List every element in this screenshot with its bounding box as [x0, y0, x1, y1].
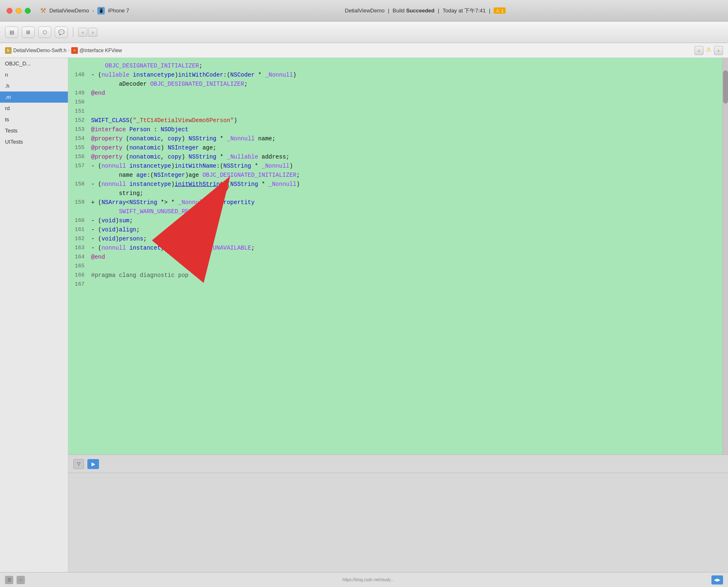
- toolbar-separator: [73, 27, 73, 37]
- line-number-152: 152: [68, 116, 91, 125]
- close-button[interactable]: [7, 8, 12, 14]
- title-bar: ⚒ DetialViewDemo › 📱 iPhone 7 DetialView…: [0, 0, 728, 22]
- breadcrumb-file[interactable]: DetialViewDemo-Swift.h: [13, 48, 67, 53]
- grid-view-button[interactable]: ⊞: [22, 26, 35, 38]
- editor-area: OBJC_DESIGNATED_INITIALIZER; 148 - (null…: [68, 58, 728, 572]
- line-number-161: 161: [68, 225, 91, 234]
- line-content-155: @property (nonatomic) NSInteger age;: [91, 143, 728, 152]
- breadcrumb-interface-name: @interface KFView: [80, 48, 122, 53]
- line-content-153: @interface Person : NSObject: [91, 125, 728, 134]
- line-content-159b: SWIFT_WARN_UNUSED_RESULT;: [91, 207, 728, 216]
- status-icon: ◀▶: [714, 577, 721, 582]
- window-controls: ⚒ DetialViewDemo › 📱 iPhone 7: [7, 7, 129, 14]
- code-line-161: 161 - (void)align;: [68, 225, 728, 234]
- sidebar-item-m[interactable]: .m: [0, 91, 68, 103]
- line-content-152: SWIFT_CLASS("_TtC14DetialViewDemo6Person…: [91, 116, 728, 125]
- line-number-149: 149: [68, 89, 91, 98]
- footer-url: https://blog.csdn.net/study...: [342, 577, 394, 582]
- breadcrumb-sep: ›: [68, 48, 70, 53]
- warning-indicator: ⚠: [706, 46, 711, 55]
- code-line-167: 167: [68, 280, 728, 289]
- console-toggle-button[interactable]: ▽: [73, 459, 84, 469]
- warning-icon: ⚠: [496, 8, 500, 13]
- line-content-157b: name age:(NSInteger)age OBJC_DESIGNATED_…: [91, 171, 728, 180]
- editor-bottom-bar: ▽ ▶: [68, 455, 728, 473]
- code-line-159b: SWIFT_WARN_UNUSED_RESULT;: [68, 207, 728, 216]
- header-file-icon: h: [5, 47, 12, 54]
- breadcrumb-forward[interactable]: ›: [714, 46, 723, 55]
- minimize-button[interactable]: [16, 8, 22, 14]
- footer-status-button[interactable]: ◀▶: [711, 575, 723, 585]
- line-content-149: @end: [91, 89, 728, 98]
- swift-file-icon: S: [71, 47, 78, 54]
- title-sep1: |: [388, 7, 389, 14]
- sidebar-item-objc[interactable]: OBJC_D...: [0, 58, 68, 69]
- console-icon: ▽: [77, 461, 80, 467]
- code-line-162: 162 - (void)persons;: [68, 234, 728, 243]
- breadcrumb-bar: h DetialViewDemo-Swift.h › S @interface …: [0, 43, 728, 58]
- comment-icon: 💬: [58, 29, 65, 35]
- breadcrumb-interface[interactable]: @interface KFView: [80, 48, 122, 53]
- sidebar: OBJC_D... n .h .m rd ts Tests UITests: [0, 58, 68, 572]
- code-line: OBJC_DESIGNATED_INITIALIZER;: [68, 61, 728, 70]
- line-content-160: - (void)sum;: [91, 216, 728, 225]
- comment-button[interactable]: 💬: [55, 26, 68, 38]
- footer-icon-2[interactable]: ○: [17, 576, 25, 584]
- sidebar-item-h[interactable]: .h: [0, 80, 68, 91]
- line-number-167: 167: [68, 280, 91, 289]
- code-line-151: 151: [68, 107, 728, 116]
- timestamp-text: Today at 下午7:41: [443, 7, 486, 14]
- line-content-148b: aDecoder OBJC_DESIGNATED_INITIALIZER;: [91, 79, 728, 89]
- sidebar-item-uitests[interactable]: UITests: [0, 136, 68, 147]
- build-label: Build Succeeded: [393, 7, 434, 14]
- code-line-158b: string;: [68, 189, 728, 198]
- line-content-161: - (void)align;: [91, 225, 728, 234]
- sidebar-item-rd[interactable]: rd: [0, 103, 68, 114]
- back-button[interactable]: ‹: [78, 28, 87, 37]
- line-content-148: - (nullable instancetype)initWithCoder:(…: [91, 70, 728, 79]
- line-number-151: 151: [68, 107, 91, 116]
- line-number-155: 155: [68, 143, 91, 152]
- code-line-157b: name age:(NSInteger)age OBJC_DESIGNATED_…: [68, 171, 728, 180]
- line-number-162: 162: [68, 234, 91, 243]
- debug-button[interactable]: ▶: [87, 459, 99, 469]
- code-line-166: 166 #pragma clang diagnostic pop: [68, 271, 728, 280]
- line-number-159: 159: [68, 198, 91, 207]
- line-content-157: - (nonnull instancetype)initWithName:(NS…: [91, 161, 728, 171]
- grid-icon: ⊞: [26, 29, 30, 35]
- code-line-153: 153 @interface Person : NSObject: [68, 125, 728, 134]
- line-number-160: 160: [68, 216, 91, 225]
- line-number-150: 150: [68, 98, 91, 107]
- line-number-148: 148: [68, 70, 91, 79]
- sidebar-item-tests[interactable]: Tests: [0, 125, 68, 136]
- sidebar-icon: ▤: [10, 29, 14, 35]
- build-status-text: Succeeded: [406, 7, 435, 14]
- code-line-157: 157 - (nonnull instancetype)initWithName…: [68, 161, 728, 171]
- footer-icon-1[interactable]: ☰: [5, 576, 13, 584]
- code-line-158: 158 - (nonnull instancetype)initWithStri…: [68, 180, 728, 189]
- line-content-159: + (NSArray<NSString *> * _Nonnull)getPro…: [91, 198, 728, 207]
- scrollbar[interactable]: [722, 58, 728, 455]
- line-content: OBJC_DESIGNATED_INITIALIZER;: [91, 61, 728, 70]
- line-number-154: 154: [68, 134, 91, 143]
- sidebar-toggle-button[interactable]: ▤: [5, 26, 18, 38]
- maximize-button[interactable]: [25, 8, 31, 14]
- breadcrumb-chevron: ›: [92, 8, 94, 13]
- title-app-name: DetialViewDemo: [345, 7, 385, 14]
- warning-badge[interactable]: ⚠ 1: [494, 7, 506, 14]
- project-name: DetialViewDemo: [49, 7, 89, 14]
- code-editor[interactable]: OBJC_DESIGNATED_INITIALIZER; 148 - (null…: [68, 58, 728, 455]
- breadcrumb-filename: DetialViewDemo-Swift.h: [13, 48, 67, 53]
- breadcrumb-back[interactable]: ‹: [694, 46, 704, 55]
- line-number-166: 166: [68, 271, 91, 280]
- tag-button[interactable]: ⬡: [38, 26, 51, 38]
- title-sep3: |: [489, 7, 490, 14]
- forward-button[interactable]: ›: [88, 28, 97, 37]
- sidebar-item-n[interactable]: n: [0, 69, 68, 80]
- line-content-156: @property (nonatomic, copy) NSString * _…: [91, 152, 728, 161]
- scrollbar-thumb[interactable]: [723, 70, 728, 103]
- line-number-163: 163: [68, 243, 91, 253]
- code-line-160: 160 - (void)sum;: [68, 216, 728, 225]
- sidebar-item-ts[interactable]: ts: [0, 114, 68, 125]
- line-content-166: #pragma clang diagnostic pop: [91, 271, 728, 280]
